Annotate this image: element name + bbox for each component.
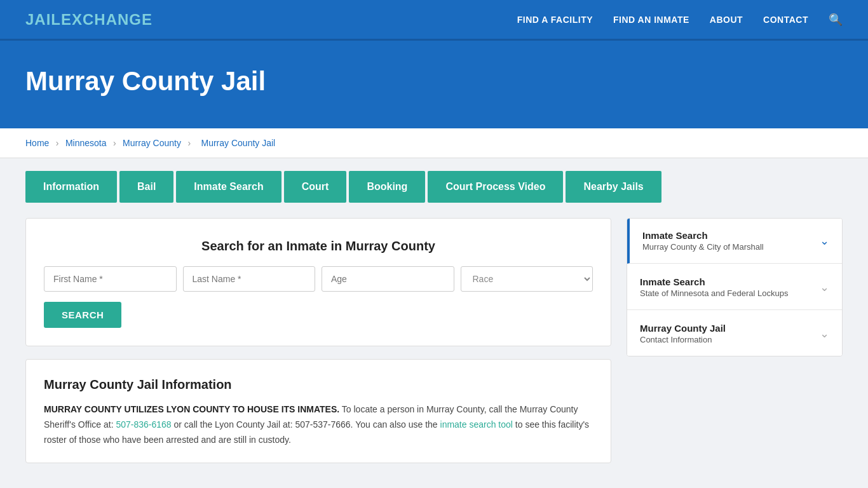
sidebar-card-sub-2: State of Minnesota and Federal Lockups [640, 288, 788, 298]
breadcrumb-sep2: › [113, 138, 116, 148]
sidebar-card-title-2: Inmate Search [640, 276, 788, 287]
age-input[interactable] [322, 266, 454, 292]
tab-inmate-search[interactable]: Inmate Search [176, 171, 281, 203]
right-panel: Inmate Search Murray County & City of Ma… [627, 218, 843, 356]
breadcrumb-sep3: › [187, 138, 191, 148]
sidebar-card-inmate-search-murray[interactable]: Inmate Search Murray County & City of Ma… [627, 219, 842, 264]
tab-court[interactable]: Court [284, 171, 347, 203]
chevron-down-icon-1: ⌄ [820, 234, 829, 248]
info-body: MURRAY COUNTY UTILIZES LYON COUNTY TO HO… [44, 402, 593, 447]
nav-find-facility[interactable]: FIND A FACILITY [517, 15, 593, 25]
last-name-input[interactable] [183, 266, 316, 292]
info-box: Murray County Jail Information MURRAY CO… [25, 359, 611, 463]
info-search-link[interactable]: inmate search tool [440, 419, 513, 430]
breadcrumb-murray-county[interactable]: Murray County [123, 138, 181, 148]
tab-nearby-jails[interactable]: Nearby Jails [566, 171, 661, 203]
info-bold: MURRAY COUNTY UTILIZES LYON COUNTY TO HO… [44, 404, 339, 414]
search-button[interactable]: SEARCH [44, 302, 121, 328]
info-title: Murray County Jail Information [44, 377, 593, 392]
logo-text1: JAIL [25, 11, 61, 28]
nav-about[interactable]: ABOUT [710, 15, 743, 25]
sidebar-card-sub-1: Murray County & City of Marshall [642, 242, 764, 252]
breadcrumb-home[interactable]: Home [25, 138, 49, 148]
info-text2: or call the Lyon County Jail at: 507-537… [174, 419, 440, 430]
sidebar-card-title-3: Murray County Jail [640, 323, 726, 334]
logo-accent: EXCHANGE [61, 11, 153, 28]
breadcrumb-sep1: › [56, 138, 59, 148]
main-content: Search for an Inmate in Murray County Ra… [0, 203, 868, 488]
tab-booking[interactable]: Booking [349, 171, 425, 203]
sidebar-card-title-1: Inmate Search [642, 230, 764, 241]
breadcrumb: Home › Minnesota › Murray County › Murra… [0, 128, 868, 158]
tab-court-process-video[interactable]: Court Process Video [428, 171, 563, 203]
sidebar-card-contact-info[interactable]: Murray County Jail Contact Information ⌄ [627, 311, 842, 356]
race-select[interactable]: Race [461, 266, 593, 292]
nav-find-inmate[interactable]: FIND AN INMATE [613, 15, 689, 25]
sidebar-card-sub-3: Contact Information [640, 335, 726, 344]
first-name-input[interactable] [44, 266, 177, 292]
logo[interactable]: JAILEXCHANGE [25, 11, 153, 29]
breadcrumb-minnesota[interactable]: Minnesota [65, 138, 107, 148]
search-box: Search for an Inmate in Murray County Ra… [25, 218, 611, 346]
chevron-down-icon-3: ⌄ [820, 327, 829, 341]
tabs-bar: Information Bail Inmate Search Court Boo… [0, 158, 868, 203]
left-panel: Search for an Inmate in Murray County Ra… [25, 218, 611, 463]
navbar: JAILEXCHANGE FIND A FACILITY FIND AN INM… [0, 0, 868, 41]
breadcrumb-current: Murray County Jail [201, 138, 276, 148]
hero-banner: Murray County Jail [0, 41, 868, 128]
page-title: Murray County Jail [25, 66, 843, 97]
search-icon[interactable]: 🔍 [829, 13, 843, 27]
nav-links: FIND A FACILITY FIND AN INMATE ABOUT CON… [517, 13, 843, 27]
nav-contact[interactable]: CONTACT [763, 15, 808, 25]
search-title: Search for an Inmate in Murray County [44, 239, 593, 254]
search-fields: Race [44, 266, 593, 292]
info-phone1[interactable]: 507-836-6168 [116, 419, 171, 430]
tab-information[interactable]: Information [25, 171, 117, 203]
tab-bail[interactable]: Bail [119, 171, 173, 203]
sidebar-card-inmate-search-state[interactable]: Inmate Search State of Minnesota and Fed… [627, 265, 842, 310]
chevron-down-icon-2: ⌄ [820, 280, 829, 294]
